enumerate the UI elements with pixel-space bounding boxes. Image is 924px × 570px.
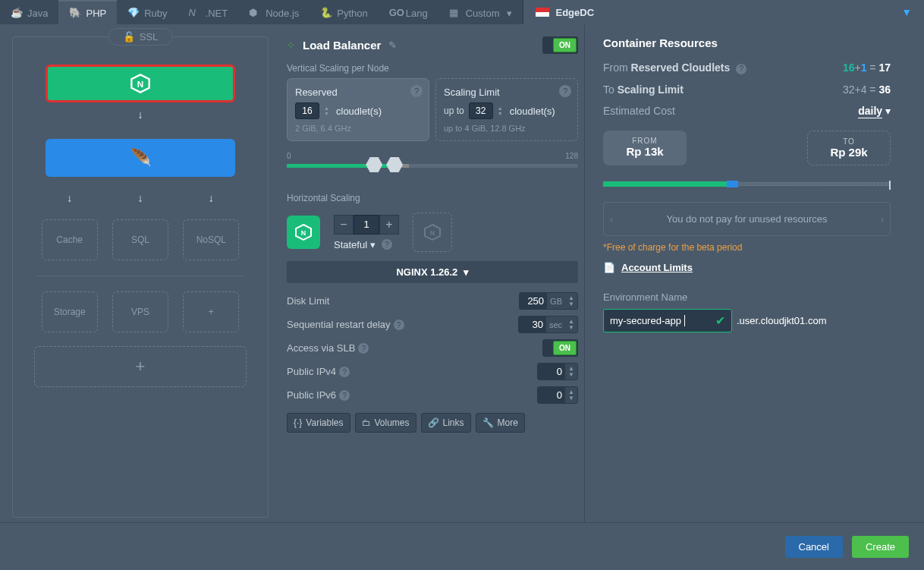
tab-dotnet-label: .NET: [206, 8, 228, 19]
to-total: 36: [878, 83, 891, 96]
svg-text:N: N: [137, 79, 143, 89]
section-title: Load Balancer: [303, 39, 381, 52]
ipv4-label: Public IPv4: [287, 366, 336, 377]
more-button[interactable]: 🔧More: [476, 413, 525, 433]
info-text: You do not pay for unused resources: [667, 213, 828, 225]
tab-php-label: PHP: [86, 8, 106, 19]
lb-toggle[interactable]: ON: [542, 36, 578, 54]
nginx-node-icon: N: [287, 216, 320, 249]
tab-nodejs[interactable]: ⬢Node.js: [238, 0, 310, 24]
help-icon[interactable]: ?: [358, 343, 369, 354]
cost-from-val: Rp 13k: [609, 145, 680, 158]
variables-button[interactable]: {·}Variables: [287, 413, 350, 433]
help-icon[interactable]: ?: [410, 85, 423, 97]
prev-tip-button[interactable]: ‹: [610, 213, 613, 225]
chevron-down-icon: ▼: [901, 6, 912, 18]
region-selector[interactable]: EdgeDC ▼: [523, 0, 924, 24]
help-icon[interactable]: ?: [339, 390, 350, 401]
cancel-button[interactable]: Cancel: [785, 536, 843, 558]
tab-python-label: Python: [337, 8, 367, 19]
limit-stepper[interactable]: ▲▼: [498, 102, 505, 119]
add-extra-node[interactable]: +: [183, 291, 239, 332]
create-button[interactable]: Create: [852, 536, 909, 558]
horizontal-scaling-label: Horizontal Scaling: [287, 193, 578, 203]
from-total: 17: [878, 61, 891, 74]
from-a: 16: [843, 61, 855, 74]
reserved-card[interactable]: ? Reserved 16 ▲▼ cloudlet(s) 2 GiB, 6.4 …: [287, 78, 429, 141]
restart-stepper[interactable]: ▲▼: [565, 318, 577, 332]
ssl-toggle[interactable]: 🔓SSL: [108, 28, 173, 46]
tab-go[interactable]: GOLang: [379, 0, 438, 24]
env-name-input[interactable]: my-secured-app ✔: [603, 309, 732, 332]
apache-icon: 🪶: [130, 148, 151, 168]
increment-button[interactable]: +: [379, 215, 399, 235]
help-icon[interactable]: ?: [382, 239, 392, 250]
ipv4-stepper[interactable]: ▲▼: [565, 365, 577, 379]
node-count[interactable]: 1: [354, 215, 379, 235]
volumes-icon: 🗀: [362, 417, 371, 428]
restart-delay-input[interactable]: 30sec▲▼: [518, 316, 578, 333]
reserved-stepper[interactable]: ▲▼: [324, 102, 332, 119]
app-server-node[interactable]: 🪶: [46, 139, 235, 177]
limit-value[interactable]: 32: [469, 102, 493, 119]
cost-to-card: TO Rp 29k: [807, 131, 891, 165]
add-sql-node[interactable]: SQL: [112, 219, 168, 260]
slb-toggle[interactable]: ON: [542, 339, 578, 357]
add-node-slot[interactable]: N: [413, 213, 452, 252]
limit-card[interactable]: ? Scaling Limit up to 32 ▲▼ cloudlet(s) …: [435, 78, 578, 141]
to-a: 32: [843, 83, 855, 96]
reserved-value[interactable]: 16: [295, 102, 319, 119]
version-select[interactable]: NGINX 1.26.2 ▾: [287, 261, 578, 283]
add-nosql-node[interactable]: NoSQL: [183, 219, 239, 260]
volumes-button[interactable]: 🗀Volumes: [355, 413, 416, 433]
reserved-sub: 2 GiB, 6.4 GHz: [295, 124, 421, 133]
help-icon[interactable]: ?: [394, 320, 404, 330]
ipv4-input[interactable]: 0▲▼: [537, 363, 578, 380]
tab-php[interactable]: 🐘PHP: [58, 0, 117, 24]
ssl-label: SSL: [140, 31, 159, 43]
period-select[interactable]: daily ▾: [858, 105, 891, 117]
arrow-down-icon: ↓: [22, 109, 259, 121]
restart-delay-label: Sequential restart delay: [287, 319, 391, 330]
cost-bar: [603, 181, 891, 188]
load-balancer-node[interactable]: N: [46, 65, 235, 102]
disk-stepper[interactable]: ▲▼: [565, 294, 577, 308]
to-type: Scaling Limit: [618, 83, 684, 96]
from-label: From: [603, 61, 631, 74]
info-box: ‹ You do not pay for unused resources ›: [603, 202, 891, 236]
env-name-label: Environment Name: [603, 291, 891, 303]
tab-python[interactable]: 🐍Python: [310, 0, 378, 24]
add-storage-node[interactable]: Storage: [42, 291, 98, 332]
help-icon[interactable]: ?: [736, 64, 746, 74]
cost-to-head: TO: [814, 137, 884, 146]
tab-java[interactable]: ☕Java: [0, 0, 58, 24]
disk-limit-input[interactable]: 250GB▲▼: [519, 292, 578, 310]
account-limits-link[interactable]: 📄 Account Limits: [603, 262, 891, 273]
help-icon[interactable]: ?: [559, 85, 571, 97]
add-vps-node[interactable]: VPS: [112, 291, 168, 332]
range-min: 0: [287, 152, 291, 160]
limit-unit: cloudlet(s): [510, 105, 555, 117]
slb-label: Access via SLB: [287, 342, 355, 354]
decrement-button[interactable]: −: [334, 215, 354, 235]
vertical-scaling-label: Vertical Scaling per Node: [287, 63, 578, 74]
svg-text:N: N: [301, 229, 306, 237]
cost-from-head: FROM: [609, 137, 680, 145]
scaling-mode-select[interactable]: Stateful ▾ ?: [334, 239, 399, 250]
links-button[interactable]: 🔗Links: [421, 413, 471, 433]
ipv6-stepper[interactable]: ▲▼: [565, 389, 577, 402]
add-cache-node[interactable]: Cache: [42, 219, 98, 260]
limit-handle[interactable]: [386, 156, 403, 173]
reserved-title: Reserved: [295, 87, 421, 98]
tab-custom[interactable]: ▦Custom▾: [438, 0, 523, 24]
next-tip-button[interactable]: ›: [881, 213, 884, 225]
reserved-handle[interactable]: [366, 156, 382, 173]
help-icon[interactable]: ?: [339, 367, 350, 377]
edit-icon[interactable]: ✎: [388, 39, 397, 51]
tab-dotnet[interactable]: N.NET: [178, 0, 239, 24]
cloudlet-range[interactable]: 0 128: [287, 156, 578, 175]
tab-ruby[interactable]: 💎Ruby: [117, 0, 178, 24]
ipv6-input[interactable]: 0▲▼: [537, 386, 578, 404]
add-layer[interactable]: +: [34, 346, 247, 387]
disk-limit-label: Disk Limit: [287, 295, 329, 307]
